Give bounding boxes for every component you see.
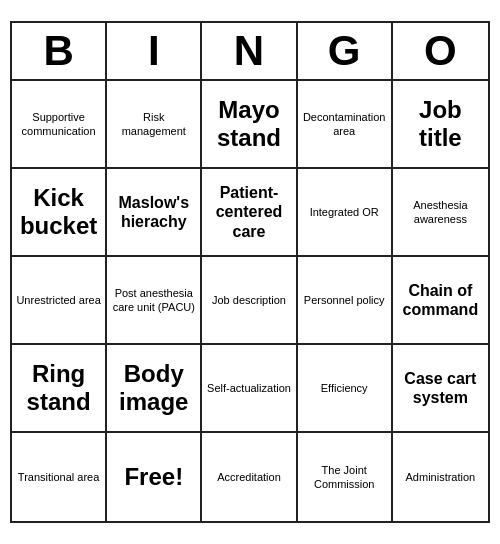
cell-text: Transitional area <box>18 470 100 484</box>
cell-text: Personnel policy <box>304 293 385 307</box>
bingo-cell: Maslow's hierachy <box>107 169 202 257</box>
bingo-cell: Transitional area <box>12 433 107 521</box>
bingo-cell: Unrestricted area <box>12 257 107 345</box>
cell-text: Maslow's hierachy <box>111 193 196 231</box>
bingo-cell: Post anesthesia care unit (PACU) <box>107 257 202 345</box>
cell-text: Supportive communication <box>16 110 101 139</box>
bingo-cell: Chain of command <box>393 257 488 345</box>
cell-text: Job title <box>397 96 484 151</box>
bingo-cell: Job description <box>202 257 297 345</box>
bingo-cell: Ring stand <box>12 345 107 433</box>
cell-text: Decontamination area <box>302 110 387 139</box>
bingo-cell: Self-actualization <box>202 345 297 433</box>
cell-text: Patient-centered care <box>206 183 291 241</box>
cell-text: Case cart system <box>397 369 484 407</box>
cell-text: Mayo stand <box>206 96 291 151</box>
bingo-cell: The Joint Commission <box>298 433 393 521</box>
bingo-cell: Decontamination area <box>298 81 393 169</box>
bingo-cell: Efficiency <box>298 345 393 433</box>
bingo-cell: Free! <box>107 433 202 521</box>
bingo-cell: Case cart system <box>393 345 488 433</box>
bingo-cell: Mayo stand <box>202 81 297 169</box>
bingo-cell: Accreditation <box>202 433 297 521</box>
bingo-cell: Risk management <box>107 81 202 169</box>
bingo-header: BINGO <box>12 23 488 81</box>
bingo-cell: Administration <box>393 433 488 521</box>
bingo-cell: Supportive communication <box>12 81 107 169</box>
header-letter: I <box>107 23 202 79</box>
cell-text: Unrestricted area <box>16 293 100 307</box>
cell-text: Body image <box>111 360 196 415</box>
cell-text: Kick bucket <box>16 184 101 239</box>
header-letter: G <box>298 23 393 79</box>
cell-text: Administration <box>406 470 476 484</box>
cell-text: Job description <box>212 293 286 307</box>
bingo-cell: Integrated OR <box>298 169 393 257</box>
cell-text: Accreditation <box>217 470 281 484</box>
header-letter: B <box>12 23 107 79</box>
cell-text: Integrated OR <box>310 205 379 219</box>
cell-text: Anesthesia awareness <box>397 198 484 227</box>
bingo-cell: Job title <box>393 81 488 169</box>
cell-text: Free! <box>124 463 183 491</box>
bingo-cell: Patient-centered care <box>202 169 297 257</box>
header-letter: O <box>393 23 488 79</box>
bingo-cell: Personnel policy <box>298 257 393 345</box>
bingo-grid: Supportive communicationRisk managementM… <box>12 81 488 521</box>
bingo-cell: Kick bucket <box>12 169 107 257</box>
cell-text: Self-actualization <box>207 381 291 395</box>
header-letter: N <box>202 23 297 79</box>
bingo-cell: Anesthesia awareness <box>393 169 488 257</box>
cell-text: Post anesthesia care unit (PACU) <box>111 286 196 315</box>
cell-text: Risk management <box>111 110 196 139</box>
bingo-card: BINGO Supportive communicationRisk manag… <box>10 21 490 523</box>
bingo-cell: Body image <box>107 345 202 433</box>
cell-text: Chain of command <box>397 281 484 319</box>
cell-text: Efficiency <box>321 381 368 395</box>
cell-text: Ring stand <box>16 360 101 415</box>
cell-text: The Joint Commission <box>302 463 387 492</box>
